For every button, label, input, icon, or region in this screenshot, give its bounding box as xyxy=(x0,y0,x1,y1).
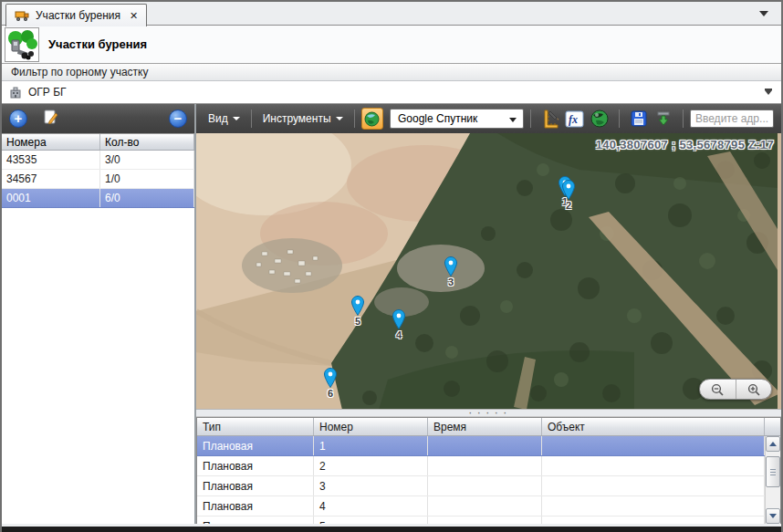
marker-number-label: 6 xyxy=(328,388,333,399)
page-title: Участки бурения xyxy=(48,37,147,51)
site-row[interactable]: 43535 3/0 xyxy=(2,151,194,170)
column-header-numbers[interactable]: Номера xyxy=(2,134,100,150)
tab-list-caret-icon[interactable] xyxy=(759,11,768,16)
tab-drilling-sites[interactable]: Участки бурения ✕ xyxy=(5,4,147,26)
column-header-count[interactable]: Кол-во xyxy=(100,134,194,150)
column-header-number[interactable]: Номер xyxy=(314,418,428,435)
drillhole-time xyxy=(428,456,542,475)
tab-close-icon[interactable]: ✕ xyxy=(130,10,138,22)
drillhole-number: 2 xyxy=(314,456,428,475)
map-viewport[interactable]: 140,3807607 ; 53,5678795 Z:17 xyxy=(196,133,781,410)
sites-toolbar: + − xyxy=(2,104,194,133)
address-search-input[interactable] xyxy=(690,110,774,128)
drillhole-row-selected[interactable]: Плановая 1 xyxy=(197,436,765,456)
edit-site-button[interactable] xyxy=(42,109,59,129)
column-header-time[interactable]: Время xyxy=(428,418,542,435)
map-table-splitter[interactable] xyxy=(196,410,781,417)
formula-button[interactable]: fx xyxy=(564,108,585,130)
ruler-pencil-icon xyxy=(540,109,560,129)
world-view-button[interactable] xyxy=(590,108,611,130)
toolbar-separator xyxy=(251,110,252,128)
scroll-up-button[interactable] xyxy=(766,436,780,452)
zoom-in-button[interactable] xyxy=(736,380,772,399)
site-count: 6/0 xyxy=(100,189,194,207)
drillhole-type: Плановая xyxy=(197,496,314,516)
svg-text:fx: fx xyxy=(569,113,578,126)
base-layer-button[interactable] xyxy=(361,108,383,130)
map-marker[interactable]: 6 xyxy=(324,368,337,388)
drillhole-time xyxy=(428,516,542,524)
table-scrollbar[interactable] xyxy=(765,436,780,524)
drillhole-row[interactable]: Плановая 3 xyxy=(197,476,765,496)
export-button[interactable] xyxy=(653,108,674,130)
marker-number-label: 3 xyxy=(448,276,454,287)
combo-caret-icon[interactable] xyxy=(765,90,772,95)
window-border xyxy=(2,527,781,532)
remove-site-button[interactable]: − xyxy=(169,110,187,128)
drillholes-table-header: Тип Номер Время Объект xyxy=(197,418,780,436)
building-icon xyxy=(9,86,22,99)
map-pin-icon xyxy=(351,296,364,316)
marker-number-label: 2 xyxy=(566,200,571,211)
site-count: 1/0 xyxy=(100,170,194,188)
drillhole-type: Плановая xyxy=(197,436,314,455)
satellite-imagery xyxy=(196,133,778,410)
filter-group-header[interactable]: Фильтр по горному участку xyxy=(2,64,781,81)
map-marker[interactable]: 2 xyxy=(562,180,575,200)
map-pin-icon xyxy=(444,256,457,276)
drillhole-object xyxy=(542,476,765,495)
view-menu-button[interactable]: Вид xyxy=(204,110,245,128)
drillhole-type: Плановая xyxy=(197,516,314,524)
toolbar-separator xyxy=(683,110,684,128)
map-toolbar: Вид Инструменты Google Сп xyxy=(196,104,781,133)
column-header-object[interactable]: Объект xyxy=(542,418,765,435)
site-row-selected[interactable]: 0001 6/0 xyxy=(2,189,194,208)
edit-note-icon xyxy=(42,109,59,126)
mining-site-combo[interactable]: ОГР БГ xyxy=(2,81,781,104)
globe-icon xyxy=(364,111,380,127)
view-menu-label: Вид xyxy=(208,112,228,125)
drillhole-type: Плановая xyxy=(197,476,314,495)
drillhole-time xyxy=(428,476,542,495)
add-site-button[interactable]: + xyxy=(9,110,27,128)
drillhole-object xyxy=(542,516,765,524)
zoom-out-button[interactable] xyxy=(700,380,736,399)
arrow-down-icon xyxy=(769,514,777,518)
cursor-coordinates: 140,3807607 ; 53,5678795 Z:17 xyxy=(596,138,774,151)
sites-panel: + − Номера Кол-во 43535 3/0 34567 xyxy=(2,104,196,524)
map-marker[interactable]: 5 xyxy=(351,296,364,316)
map-panel: Вид Инструменты Google Сп xyxy=(196,104,781,524)
column-header-type[interactable]: Тип xyxy=(197,418,314,435)
arrow-up-icon xyxy=(769,442,777,446)
drillhole-number: 5 xyxy=(314,516,428,524)
tools-menu-button[interactable]: Инструменты xyxy=(258,110,348,128)
drillhole-row[interactable]: Плановая 2 xyxy=(197,456,765,476)
app-window: Участки бурения ✕ Участки бурения Фильтр… xyxy=(0,0,783,532)
toolbar-separator xyxy=(530,110,531,128)
drillhole-row[interactable]: Плановая 5 xyxy=(197,516,765,524)
chevron-down-icon xyxy=(336,117,343,120)
scroll-down-button[interactable] xyxy=(766,508,780,524)
drillhole-number: 1 xyxy=(314,436,428,455)
save-button[interactable] xyxy=(628,108,649,130)
map-zoom-control xyxy=(699,379,772,400)
filter-group-label: Фильтр по горному участку xyxy=(11,66,148,78)
magnifier-plus-icon xyxy=(747,383,760,396)
sites-table-header: Номера Кол-во xyxy=(2,133,194,151)
layer-select[interactable]: Google Спутник xyxy=(390,109,524,129)
site-row[interactable]: 34567 1/0 xyxy=(2,170,194,189)
map-marker[interactable]: 4 xyxy=(392,309,405,329)
measure-tool-button[interactable] xyxy=(539,108,560,130)
site-count: 3/0 xyxy=(100,151,194,169)
tab-bar: Участки бурения ✕ xyxy=(2,2,781,26)
mining-site-combo-value: ОГР БГ xyxy=(28,86,67,99)
drillhole-row[interactable]: Плановая 4 xyxy=(197,496,765,516)
map-marker[interactable]: 3 xyxy=(444,256,457,276)
site-number: 0001 xyxy=(2,189,100,207)
combo-caret-icon xyxy=(509,118,517,122)
scrollbar-thumb[interactable] xyxy=(766,456,780,487)
drillhole-object xyxy=(542,436,765,455)
toolbar-separator xyxy=(354,110,355,128)
fx-icon: fx xyxy=(565,110,584,129)
page-header: Участки бурения xyxy=(2,26,781,64)
